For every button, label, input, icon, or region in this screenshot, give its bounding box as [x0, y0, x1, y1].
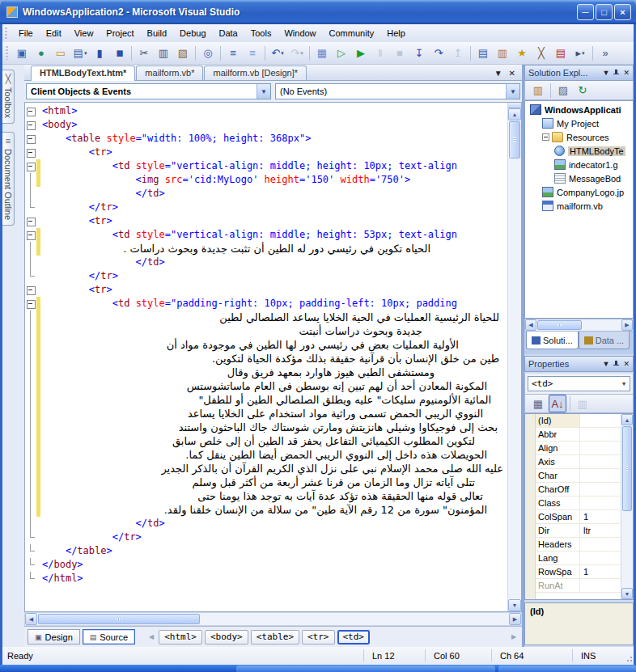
- code-line[interactable]: </tr>: [25, 530, 507, 544]
- chevron-down-icon[interactable]: ▾: [281, 50, 284, 57]
- open-file-icon[interactable]: ▭: [52, 44, 70, 62]
- tree-item-mailform-vb[interactable]: mailform.vb: [525, 199, 633, 213]
- code-line[interactable]: ماساتشوستس العام في بوسطن إنه تبين لهم أ…: [25, 379, 507, 393]
- title-bar[interactable]: WindowsApplication2 - Microsoft Visual S…: [0, 0, 636, 24]
- refresh-icon[interactable]: ↻: [574, 82, 591, 99]
- fold-gutter[interactable]: [25, 146, 36, 159]
- command-window-icon[interactable]: ▸▾: [571, 44, 589, 62]
- code-line[interactable]: يساعد الخلايا على استخدام مواد وراثية تس…: [25, 407, 507, 421]
- menu-item-tools[interactable]: Tools: [244, 26, 278, 40]
- tab-list-icon[interactable]: ▼: [494, 69, 502, 78]
- chevron-down-icon[interactable]: ▼: [506, 84, 519, 99]
- scroll-up-icon[interactable]: ▲: [621, 414, 633, 425]
- property-value[interactable]: [580, 428, 621, 441]
- pin-icon[interactable]: [613, 361, 620, 368]
- close-icon[interactable]: ✕: [623, 69, 630, 77]
- run-to-cursor-icon[interactable]: ▷: [333, 44, 350, 62]
- code-line[interactable]: <html>: [25, 104, 507, 118]
- add-new-item-icon[interactable]: ▤▾: [71, 44, 89, 62]
- property-row-id[interactable]: (Id): [536, 414, 621, 428]
- property-value[interactable]: [580, 579, 621, 592]
- code-line[interactable]: <td style="vertical-align: middle; heigh…: [25, 159, 507, 173]
- code-lines[interactable]: <html><body> <table style="width: 100%; …: [25, 104, 507, 611]
- editor-horizontal-scrollbar[interactable]: ◀ ▶: [24, 612, 522, 626]
- scroll-thumb[interactable]: [622, 426, 632, 511]
- menu-item-file[interactable]: File: [12, 26, 40, 40]
- code-line[interactable]: </td>: [25, 517, 507, 530]
- objects-dropdown[interactable]: Client Objects & Events ▼: [26, 83, 271, 99]
- property-value[interactable]: [580, 497, 621, 509]
- property-value[interactable]: [580, 483, 621, 496]
- code-line[interactable]: <table style="width: 100%; height: 368px…: [25, 132, 507, 146]
- solution-tree[interactable]: WindowsApplicatiMy ProjectResourcesHTMLB…: [524, 100, 634, 319]
- start-debugging-icon[interactable]: ▶: [352, 44, 370, 62]
- code-line[interactable]: </td>: [25, 256, 507, 269]
- fold-gutter[interactable]: [25, 159, 36, 173]
- solution-explorer-icon[interactable]: ▤: [474, 44, 492, 62]
- scroll-thumb[interactable]: [509, 121, 520, 158]
- code-line[interactable]: وقال فريق بمعهد هاوارد هيوز الطبي ومستشف…: [25, 366, 507, 379]
- grid-vertical-scrollbar[interactable]: ▲ ▼: [621, 414, 633, 599]
- tree-item-messagebod[interactable]: MessageBod: [525, 171, 633, 185]
- close-button[interactable]: ×: [614, 4, 631, 20]
- copy-icon[interactable]: ▥: [155, 44, 172, 62]
- categorized-icon[interactable]: ▦: [529, 395, 547, 412]
- find-in-files-icon[interactable]: ◎: [199, 44, 217, 62]
- menu-item-view[interactable]: View: [68, 26, 100, 40]
- chevron-down-icon[interactable]: ▾: [582, 50, 585, 57]
- property-row-class[interactable]: Class: [536, 497, 621, 510]
- code-line[interactable]: <img src='cid:MyLogo' height='150' width…: [25, 173, 507, 187]
- tag-navigator-td[interactable]: <td>: [337, 630, 371, 645]
- code-line[interactable]: </td>: [25, 187, 507, 201]
- code-line[interactable]: للطفل" أو الطين الصلصالي ويطلق عليه سليك…: [25, 393, 507, 407]
- property-row-dir[interactable]: Dirltr: [536, 524, 621, 538]
- code-line[interactable]: </body>: [25, 558, 507, 572]
- undo-icon[interactable]: ↶▾: [269, 44, 286, 62]
- menu-item-help[interactable]: Help: [380, 26, 412, 40]
- property-value[interactable]: [580, 538, 621, 551]
- code-line[interactable]: سابق خلص إلى أن الطين قد يحفز التفاعل ال…: [25, 434, 507, 448]
- scroll-right-icon[interactable]: ▶: [509, 613, 521, 625]
- close-document-icon[interactable]: ✕: [509, 69, 515, 78]
- solution-explorer-titlebar[interactable]: Solution Expl... ▼ ✕: [524, 65, 634, 81]
- code-line[interactable]: </tr>: [25, 201, 507, 214]
- property-value[interactable]: 1: [580, 510, 621, 523]
- code-line[interactable]: لطين الصلصالي يساعد الخلايا الحية في الع…: [25, 311, 507, 324]
- fold-gutter[interactable]: [25, 104, 36, 118]
- tree-item-resources[interactable]: Resources: [525, 130, 633, 144]
- tag-scroll-right-icon[interactable]: ▶: [509, 630, 519, 645]
- code-line[interactable]: واستند الباحثون جاك شوستاك ومارتن هانزيت…: [25, 421, 507, 434]
- scroll-down-icon[interactable]: ▼: [621, 588, 633, 599]
- pin-icon[interactable]: [613, 70, 620, 77]
- code-line[interactable]: الجدير بالذكر أن القرآن الكريم الذي نزل …: [25, 462, 507, 475]
- toolbar-options-icon[interactable]: »: [596, 44, 614, 62]
- tree-item-my-project[interactable]: My Project: [525, 116, 633, 130]
- chevron-down-icon[interactable]: ▾: [84, 50, 87, 57]
- code-line[interactable]: </tr>: [25, 269, 507, 283]
- decrease-indent-icon[interactable]: ≡: [224, 44, 242, 62]
- close-icon[interactable]: ✕: [623, 360, 630, 368]
- fold-gutter[interactable]: [25, 214, 36, 228]
- menu-item-project[interactable]: Project: [100, 26, 140, 40]
- resize-grip[interactable]: [622, 647, 634, 665]
- code-line[interactable]: </table>: [25, 544, 507, 558]
- properties-titlebar[interactable]: Properties ▼ ✕: [524, 356, 634, 372]
- tree-item-windowsapplicati[interactable]: WindowsApplicati: [525, 103, 633, 116]
- save-all-icon[interactable]: ▮▮: [110, 44, 128, 62]
- scroll-down-icon[interactable]: ▼: [508, 599, 521, 611]
- menu-item-window[interactable]: Window: [278, 26, 322, 40]
- save-icon[interactable]: ▮: [91, 44, 108, 62]
- scroll-left-icon[interactable]: ◀: [25, 613, 37, 625]
- property-row-abbr[interactable]: Abbr: [536, 428, 621, 442]
- property-value[interactable]: [580, 552, 621, 564]
- menu-item-data[interactable]: Data: [213, 26, 244, 40]
- sidebar-tab-toolbox[interactable]: ╳Toolbox: [2, 70, 15, 124]
- new-website-icon[interactable]: ●: [32, 44, 50, 62]
- properties-window-icon[interactable]: ▥: [494, 44, 511, 62]
- paste-icon[interactable]: ▧: [174, 44, 192, 62]
- window-position-icon[interactable]: ▼: [603, 360, 610, 368]
- code-line[interactable]: <tr>: [25, 146, 507, 159]
- tools-icon[interactable]: ╳: [532, 44, 550, 62]
- scroll-thumb[interactable]: [38, 614, 200, 624]
- editor-vertical-scrollbar[interactable]: ▲ ▼: [507, 103, 521, 611]
